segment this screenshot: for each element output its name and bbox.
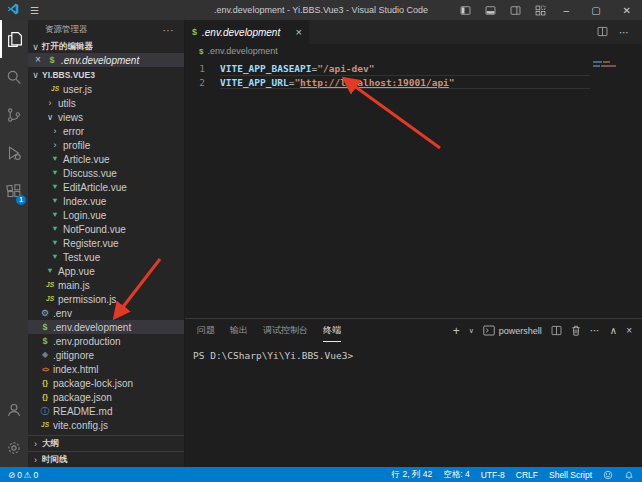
maximize-panel-icon[interactable]: ∧ bbox=[610, 325, 617, 336]
activity-item-run-debug[interactable] bbox=[0, 134, 28, 172]
bottom-panel: 问题输出调试控制台终端 + ∨ powershell ⋯ ∧ × bbox=[185, 318, 642, 467]
close-panel-icon[interactable]: × bbox=[626, 325, 632, 336]
gear-file-icon: ⚙ bbox=[40, 309, 50, 318]
breadcrumb[interactable]: $ .env.development bbox=[185, 44, 642, 58]
split-editor-icon[interactable] bbox=[597, 23, 608, 41]
diamond-file-icon: ◆ bbox=[40, 351, 50, 359]
tree-item-Test.vue[interactable]: ▼Test.vue bbox=[28, 250, 184, 264]
tree-item-package-lock.json[interactable]: {}package-lock.json bbox=[28, 376, 184, 390]
tree-item-label: utils bbox=[58, 98, 76, 109]
timeline-section[interactable]: › 时间线 bbox=[28, 451, 184, 467]
toggle-secondary-sidebar-icon[interactable] bbox=[503, 0, 528, 20]
tree-item-.env.production[interactable]: $.env.production bbox=[28, 334, 184, 348]
panel-tab-3[interactable]: 终端 bbox=[323, 319, 341, 342]
tree-item-App.vue[interactable]: ▼App.vue bbox=[28, 264, 184, 278]
code-line-2: 2 VITE_APP_URL="http://localhost:19001/a… bbox=[185, 75, 642, 89]
tree-item-package.json[interactable]: {}package.json bbox=[28, 390, 184, 404]
code-line-1: 1 VITE_APP_BASEAPI="/api-dev" bbox=[185, 61, 642, 75]
terminal-output[interactable]: PS D:\CSharp\Yi\Yi.BBS.Vue3> bbox=[185, 342, 642, 361]
tree-item-.gitignore[interactable]: ◆.gitignore bbox=[28, 348, 184, 362]
toggle-sidebar-icon[interactable] bbox=[453, 0, 478, 20]
open-editor-item[interactable]: × $ .env.development bbox=[28, 53, 184, 67]
search-icon bbox=[6, 69, 22, 85]
tree-item-permission.js[interactable]: JSpermission.js bbox=[28, 292, 184, 306]
panel-tab-2[interactable]: 调试控制台 bbox=[263, 319, 308, 342]
editor-more-icon[interactable]: ⋯ bbox=[619, 27, 630, 38]
feedback-icon[interactable] bbox=[603, 470, 613, 480]
terminal-dropdown-icon[interactable]: ∨ bbox=[469, 327, 474, 335]
line-number: 2 bbox=[185, 77, 205, 88]
vscode-window: { "title_bar": { "title": ".env.developm… bbox=[0, 0, 642, 482]
tree-item-utils[interactable]: ›utils bbox=[28, 96, 184, 110]
minimap[interactable] bbox=[593, 61, 629, 69]
tree-item-index.html[interactable]: <>index.html bbox=[28, 362, 184, 376]
panel-more-icon[interactable]: ⋯ bbox=[590, 325, 601, 336]
panel-tab-1[interactable]: 输出 bbox=[230, 319, 248, 342]
tree-item-NotFound.vue[interactable]: ▼NotFound.vue bbox=[28, 222, 184, 236]
env-file-icon: $ bbox=[40, 323, 50, 332]
breadcrumb-file: .env.development bbox=[207, 46, 277, 56]
activity-item-source-control[interactable] bbox=[0, 96, 28, 134]
tab-env-development[interactable]: $ .env.development × bbox=[185, 20, 309, 44]
kill-terminal-icon[interactable] bbox=[571, 322, 581, 340]
encoding[interactable]: UTF-8 bbox=[481, 470, 505, 480]
problems-status[interactable]: ⊘ 0 ⚠ 0 bbox=[8, 470, 38, 480]
sidebar-more-icon[interactable]: ··· bbox=[163, 25, 175, 36]
tree-item-label: App.vue bbox=[58, 266, 95, 277]
tree-item-.env.development[interactable]: $.env.development bbox=[28, 320, 184, 334]
tree-item-vite.config.js[interactable]: JSvite.config.js bbox=[28, 418, 184, 432]
new-terminal-icon[interactable]: + bbox=[453, 325, 460, 337]
vscode-logo-icon bbox=[7, 3, 19, 17]
terminal-prompt: PS D:\CSharp\Yi\Yi.BBS.Vue3> bbox=[193, 350, 353, 361]
close-window-button[interactable]: ✕ bbox=[612, 0, 642, 20]
tree-item-error[interactable]: ›error bbox=[28, 124, 184, 138]
url-link[interactable]: http://localhost:19001/api bbox=[300, 77, 449, 88]
split-terminal-icon[interactable] bbox=[551, 322, 562, 340]
error-count: 0 bbox=[17, 470, 22, 480]
terminal-instance[interactable]: powershell bbox=[483, 325, 542, 336]
tree-item-Discuss.vue[interactable]: ▼Discuss.vue bbox=[28, 166, 184, 180]
tree-item-label: user.js bbox=[63, 84, 92, 95]
customize-layout-icon[interactable] bbox=[528, 0, 553, 20]
sidebar-title: 资源管理器 bbox=[45, 24, 88, 36]
tree-item-EditArticle.vue[interactable]: ▼EditArticle.vue bbox=[28, 180, 184, 194]
tree-item-label: README.md bbox=[53, 406, 112, 417]
eol-sequence[interactable]: CRLF bbox=[516, 470, 538, 480]
tree-item-user.js[interactable]: JSuser.js bbox=[28, 82, 184, 96]
extensions-badge: 1 bbox=[16, 195, 26, 205]
minimize-button[interactable]: – bbox=[553, 0, 581, 20]
toggle-panel-icon[interactable] bbox=[478, 0, 503, 20]
tree-item-profile[interactable]: ›profile bbox=[28, 138, 184, 152]
vue-file-icon: ▼ bbox=[50, 239, 60, 247]
close-icon[interactable]: × bbox=[35, 55, 43, 65]
cursor-position[interactable]: 行 2, 列 42 bbox=[392, 469, 433, 481]
source-control-icon bbox=[6, 107, 22, 123]
activity-item-extensions[interactable]: 1 bbox=[0, 172, 28, 210]
menu-icon[interactable]: ☰ bbox=[30, 5, 39, 16]
info-file-icon: ⓘ bbox=[40, 407, 50, 416]
activity-item-search[interactable] bbox=[0, 58, 28, 96]
maximize-button[interactable]: ▢ bbox=[580, 0, 611, 20]
project-header[interactable]: ∨ YI.BBS.VUE3 bbox=[28, 67, 184, 82]
language-mode[interactable]: Shell Script bbox=[549, 470, 592, 480]
outline-section[interactable]: › 大纲 bbox=[28, 435, 184, 451]
open-editors-header[interactable]: ∨ 打开的编辑器 bbox=[28, 40, 184, 53]
warning-count: 0 bbox=[33, 470, 38, 480]
code-editor[interactable]: 1 VITE_APP_BASEAPI="/api-dev" 2 VITE_APP… bbox=[185, 58, 642, 318]
notifications-bell-icon[interactable] bbox=[624, 470, 634, 480]
close-tab-icon[interactable]: × bbox=[296, 27, 302, 38]
activity-item-settings[interactable] bbox=[0, 429, 28, 467]
tree-item-main.js[interactable]: JSmain.js bbox=[28, 278, 184, 292]
activity-item-account[interactable] bbox=[0, 391, 28, 429]
panel-tab-0[interactable]: 问题 bbox=[197, 319, 215, 342]
tree-item-views[interactable]: ∨views bbox=[28, 110, 184, 124]
tree-item-Index.vue[interactable]: ▼Index.vue bbox=[28, 194, 184, 208]
tree-item-README.md[interactable]: ⓘREADME.md bbox=[28, 404, 184, 418]
indentation[interactable]: 空格: 4 bbox=[443, 469, 469, 481]
json-file-icon: {} bbox=[40, 393, 50, 401]
activity-item-explorer[interactable] bbox=[0, 20, 28, 58]
tree-item-Register.vue[interactable]: ▼Register.vue bbox=[28, 236, 184, 250]
tree-item-Login.vue[interactable]: ▼Login.vue bbox=[28, 208, 184, 222]
tree-item-.env[interactable]: ⚙.env bbox=[28, 306, 184, 320]
tree-item-Article.vue[interactable]: ▼Article.vue bbox=[28, 152, 184, 166]
